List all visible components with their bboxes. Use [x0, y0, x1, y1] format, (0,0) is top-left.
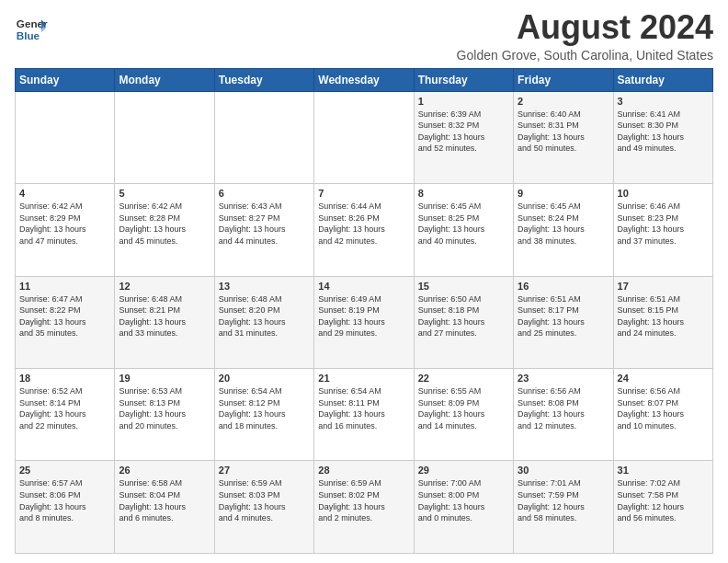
table-row: 14Sunrise: 6:49 AM Sunset: 8:19 PM Dayli… [314, 276, 414, 368]
day-number: 12 [119, 281, 210, 292]
table-row [214, 91, 313, 183]
day-number: 20 [219, 373, 310, 384]
cell-content: Sunrise: 6:52 AM Sunset: 8:14 PM Dayligh… [19, 385, 110, 431]
cell-content: Sunrise: 6:51 AM Sunset: 8:15 PM Dayligh… [618, 293, 709, 339]
table-row: 31Sunrise: 7:02 AM Sunset: 7:58 PM Dayli… [613, 461, 712, 554]
cell-content: Sunrise: 6:45 AM Sunset: 8:25 PM Dayligh… [418, 201, 509, 247]
day-number: 5 [119, 188, 210, 199]
day-number: 8 [418, 188, 509, 199]
day-number: 11 [19, 281, 110, 292]
calendar-week-row: 4Sunrise: 6:42 AM Sunset: 8:29 PM Daylig… [16, 184, 713, 276]
day-number: 4 [19, 188, 110, 199]
day-number: 28 [318, 465, 409, 476]
table-row: 27Sunrise: 6:59 AM Sunset: 8:03 PM Dayli… [214, 461, 313, 554]
cell-content: Sunrise: 6:40 AM Sunset: 8:31 PM Dayligh… [518, 109, 609, 155]
cell-content: Sunrise: 6:42 AM Sunset: 8:29 PM Dayligh… [19, 201, 110, 247]
calendar-week-row: 1Sunrise: 6:39 AM Sunset: 8:32 PM Daylig… [16, 91, 713, 183]
col-thursday: Thursday [414, 68, 513, 91]
day-number: 9 [518, 188, 609, 199]
cell-content: Sunrise: 6:45 AM Sunset: 8:24 PM Dayligh… [518, 201, 609, 247]
table-row: 30Sunrise: 7:01 AM Sunset: 7:59 PM Dayli… [514, 461, 613, 554]
cell-content: Sunrise: 6:42 AM Sunset: 8:28 PM Dayligh… [119, 201, 210, 247]
day-number: 30 [518, 465, 609, 476]
day-number: 10 [618, 188, 709, 199]
calendar-week-row: 11Sunrise: 6:47 AM Sunset: 8:22 PM Dayli… [16, 276, 713, 368]
table-row: 22Sunrise: 6:55 AM Sunset: 8:09 PM Dayli… [414, 369, 513, 461]
table-row: 20Sunrise: 6:54 AM Sunset: 8:12 PM Dayli… [214, 369, 313, 461]
col-monday: Monday [115, 68, 214, 91]
calendar-table: Sunday Monday Tuesday Wednesday Thursday… [15, 68, 713, 554]
main-title: August 2024 [457, 9, 713, 46]
day-number: 13 [219, 281, 310, 292]
cell-content: Sunrise: 7:02 AM Sunset: 7:58 PM Dayligh… [618, 477, 709, 523]
day-number: 6 [219, 188, 310, 199]
day-number: 27 [219, 465, 310, 476]
table-row: 13Sunrise: 6:48 AM Sunset: 8:20 PM Dayli… [214, 276, 313, 368]
cell-content: Sunrise: 6:44 AM Sunset: 8:26 PM Dayligh… [318, 201, 409, 247]
table-row: 19Sunrise: 6:53 AM Sunset: 8:13 PM Dayli… [115, 369, 214, 461]
day-number: 7 [318, 188, 409, 199]
calendar-header-row: Sunday Monday Tuesday Wednesday Thursday… [16, 68, 713, 91]
table-row: 10Sunrise: 6:46 AM Sunset: 8:23 PM Dayli… [613, 184, 712, 276]
calendar-week-row: 18Sunrise: 6:52 AM Sunset: 8:14 PM Dayli… [16, 369, 713, 461]
cell-content: Sunrise: 6:59 AM Sunset: 8:02 PM Dayligh… [318, 477, 409, 523]
day-number: 25 [19, 465, 110, 476]
table-row: 18Sunrise: 6:52 AM Sunset: 8:14 PM Dayli… [16, 369, 115, 461]
table-row [16, 91, 115, 183]
day-number: 3 [618, 96, 709, 107]
day-number: 1 [418, 96, 509, 107]
day-number: 2 [518, 96, 609, 107]
table-row: 7Sunrise: 6:44 AM Sunset: 8:26 PM Daylig… [314, 184, 414, 276]
day-number: 18 [19, 373, 110, 384]
day-number: 22 [418, 373, 509, 384]
table-row: 16Sunrise: 6:51 AM Sunset: 8:17 PM Dayli… [514, 276, 613, 368]
table-row: 24Sunrise: 6:56 AM Sunset: 8:07 PM Dayli… [613, 369, 712, 461]
cell-content: Sunrise: 6:57 AM Sunset: 8:06 PM Dayligh… [19, 477, 110, 523]
col-sunday: Sunday [16, 68, 115, 91]
table-row: 5Sunrise: 6:42 AM Sunset: 8:28 PM Daylig… [115, 184, 214, 276]
table-row: 4Sunrise: 6:42 AM Sunset: 8:29 PM Daylig… [16, 184, 115, 276]
cell-content: Sunrise: 6:59 AM Sunset: 8:03 PM Dayligh… [219, 477, 310, 523]
cell-content: Sunrise: 6:54 AM Sunset: 8:11 PM Dayligh… [318, 385, 409, 431]
day-number: 24 [618, 373, 709, 384]
cell-content: Sunrise: 7:01 AM Sunset: 7:59 PM Dayligh… [518, 477, 609, 523]
sub-title: Golden Grove, South Carolina, United Sta… [457, 48, 713, 63]
table-row: 23Sunrise: 6:56 AM Sunset: 8:08 PM Dayli… [514, 369, 613, 461]
table-row: 29Sunrise: 7:00 AM Sunset: 8:00 PM Dayli… [414, 461, 513, 554]
table-row: 26Sunrise: 6:58 AM Sunset: 8:04 PM Dayli… [115, 461, 214, 554]
cell-content: Sunrise: 7:00 AM Sunset: 8:00 PM Dayligh… [418, 477, 509, 523]
cell-content: Sunrise: 6:50 AM Sunset: 8:18 PM Dayligh… [418, 293, 509, 339]
cell-content: Sunrise: 6:58 AM Sunset: 8:04 PM Dayligh… [119, 477, 210, 523]
table-row: 28Sunrise: 6:59 AM Sunset: 8:02 PM Dayli… [314, 461, 414, 554]
table-row: 25Sunrise: 6:57 AM Sunset: 8:06 PM Dayli… [16, 461, 115, 554]
cell-content: Sunrise: 6:48 AM Sunset: 8:21 PM Dayligh… [119, 293, 210, 339]
cell-content: Sunrise: 6:49 AM Sunset: 8:19 PM Dayligh… [318, 293, 409, 339]
cell-content: Sunrise: 6:55 AM Sunset: 8:09 PM Dayligh… [418, 385, 509, 431]
cell-content: Sunrise: 6:41 AM Sunset: 8:30 PM Dayligh… [618, 109, 709, 155]
table-row [115, 91, 214, 183]
day-number: 21 [318, 373, 409, 384]
day-number: 26 [119, 465, 210, 476]
col-wednesday: Wednesday [314, 68, 414, 91]
table-row: 1Sunrise: 6:39 AM Sunset: 8:32 PM Daylig… [414, 91, 513, 183]
table-row: 8Sunrise: 6:45 AM Sunset: 8:25 PM Daylig… [414, 184, 513, 276]
table-row: 15Sunrise: 6:50 AM Sunset: 8:18 PM Dayli… [414, 276, 513, 368]
cell-content: Sunrise: 6:56 AM Sunset: 8:07 PM Dayligh… [618, 385, 709, 431]
logo: General Blue [15, 13, 48, 46]
calendar-week-row: 25Sunrise: 6:57 AM Sunset: 8:06 PM Dayli… [16, 461, 713, 554]
table-row: 21Sunrise: 6:54 AM Sunset: 8:11 PM Dayli… [314, 369, 414, 461]
day-number: 29 [418, 465, 509, 476]
table-row: 2Sunrise: 6:40 AM Sunset: 8:31 PM Daylig… [514, 91, 613, 183]
cell-content: Sunrise: 6:56 AM Sunset: 8:08 PM Dayligh… [518, 385, 609, 431]
cell-content: Sunrise: 6:53 AM Sunset: 8:13 PM Dayligh… [119, 385, 210, 431]
col-tuesday: Tuesday [214, 68, 313, 91]
table-row: 12Sunrise: 6:48 AM Sunset: 8:21 PM Dayli… [115, 276, 214, 368]
cell-content: Sunrise: 6:43 AM Sunset: 8:27 PM Dayligh… [219, 201, 310, 247]
day-number: 16 [518, 281, 609, 292]
cell-content: Sunrise: 6:46 AM Sunset: 8:23 PM Dayligh… [618, 201, 709, 247]
day-number: 14 [318, 281, 409, 292]
cell-content: Sunrise: 6:48 AM Sunset: 8:20 PM Dayligh… [219, 293, 310, 339]
table-row: 9Sunrise: 6:45 AM Sunset: 8:24 PM Daylig… [514, 184, 613, 276]
day-number: 23 [518, 373, 609, 384]
cell-content: Sunrise: 6:54 AM Sunset: 8:12 PM Dayligh… [219, 385, 310, 431]
